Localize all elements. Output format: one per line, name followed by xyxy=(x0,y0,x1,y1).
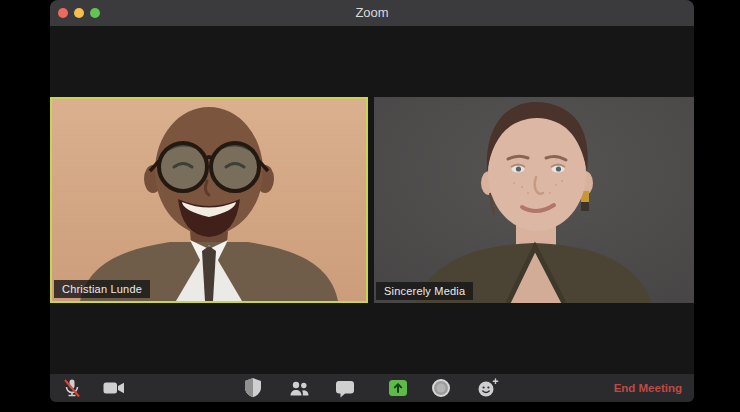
participants-button[interactable] xyxy=(285,374,313,402)
chat-button[interactable] xyxy=(331,374,359,402)
chat-bubble-icon xyxy=(334,378,356,399)
end-meeting-button[interactable]: End Meeting xyxy=(612,374,684,402)
window-title: Zoom xyxy=(50,0,694,26)
security-button[interactable] xyxy=(239,374,267,402)
share-screen-icon xyxy=(387,377,409,399)
zoom-window: Zoom xyxy=(50,0,694,402)
unmute-button[interactable] xyxy=(58,374,86,402)
record-icon xyxy=(431,378,451,398)
zoom-button[interactable] xyxy=(90,8,100,18)
close-button[interactable] xyxy=(58,8,68,18)
traffic-lights xyxy=(58,8,100,18)
reactions-button[interactable] xyxy=(474,374,502,402)
participant-video-portrait xyxy=(374,97,694,303)
microphone-muted-icon xyxy=(61,377,83,399)
titlebar[interactable]: Zoom xyxy=(50,0,694,26)
reactions-smiley-icon xyxy=(476,377,500,399)
video-tile-christian-lunde[interactable]: Christian Lunde xyxy=(50,97,368,303)
video-tile-sincerely-media[interactable]: Sincerely Media xyxy=(374,97,694,303)
security-shield-icon xyxy=(243,377,263,399)
participant-video-portrait xyxy=(52,99,366,301)
record-button[interactable] xyxy=(427,374,455,402)
share-screen-button[interactable] xyxy=(384,374,412,402)
participant-name-label: Sincerely Media xyxy=(376,282,473,300)
stop-video-button[interactable] xyxy=(100,374,128,402)
meeting-toolbar: End Meeting xyxy=(50,374,694,402)
minimize-button[interactable] xyxy=(74,8,84,18)
video-camera-icon xyxy=(102,378,126,398)
participants-icon xyxy=(287,378,311,398)
participant-name-label: Christian Lunde xyxy=(54,280,150,298)
